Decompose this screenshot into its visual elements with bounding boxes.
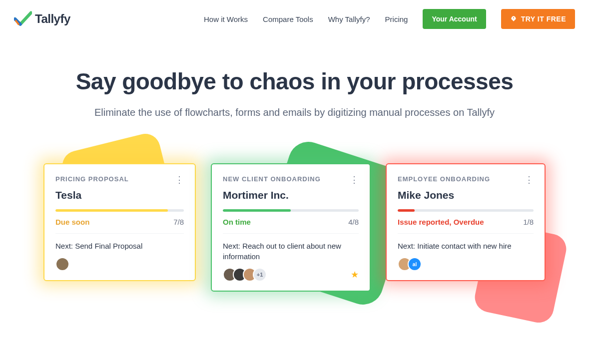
avatar-more[interactable]: +1 bbox=[253, 268, 267, 282]
kebab-menu-icon[interactable]: ⋮ bbox=[350, 175, 359, 184]
nav-how-it-works[interactable]: How it Works bbox=[204, 15, 248, 23]
card-wrap-pricing: PRICING PROPOSAL ⋮ Tesla Due soon 7/8 Ne… bbox=[43, 163, 196, 292]
avatars-row bbox=[55, 257, 184, 271]
star-icon[interactable]: ★ bbox=[351, 269, 359, 280]
next-step: Next: Send Final Proposal bbox=[55, 241, 184, 251]
card-pricing-proposal[interactable]: PRICING PROPOSAL ⋮ Tesla Due soon 7/8 Ne… bbox=[43, 163, 196, 281]
next-step: Next: Initiate contact with new hire bbox=[398, 241, 534, 251]
card-header: EMPLOYEE ONBOARDING ⋮ bbox=[398, 175, 534, 184]
kebab-menu-icon[interactable]: ⋮ bbox=[525, 175, 534, 184]
avatars bbox=[55, 257, 69, 271]
card-wrap-employee: EMPLOYEE ONBOARDING ⋮ Mike Jones Issue r… bbox=[386, 163, 546, 292]
progress-bar bbox=[398, 209, 534, 212]
rocket-icon bbox=[510, 15, 517, 22]
status-count: 1/8 bbox=[523, 218, 534, 226]
avatars: +1 bbox=[223, 268, 267, 282]
nav-pricing[interactable]: Pricing bbox=[385, 15, 408, 23]
hero-title: Say goodbye to chaos in your processes bbox=[20, 68, 569, 95]
card-employee-onboarding[interactable]: EMPLOYEE ONBOARDING ⋮ Mike Jones Issue r… bbox=[386, 163, 546, 281]
status-label: Due soon bbox=[55, 218, 89, 226]
kebab-menu-icon[interactable]: ⋮ bbox=[175, 175, 184, 184]
try-it-free-button[interactable]: TRY IT FREE bbox=[501, 9, 575, 29]
card-category: PRICING PROPOSAL bbox=[55, 175, 129, 183]
card-header: NEW CLIENT ONBOARDING ⋮ bbox=[223, 175, 359, 184]
cards-row: PRICING PROPOSAL ⋮ Tesla Due soon 7/8 Ne… bbox=[0, 138, 589, 322]
main-nav: How it Works Compare Tools Why Tallyfy? … bbox=[204, 9, 575, 29]
hero-subtitle: Eliminate the use of flowcharts, forms a… bbox=[20, 107, 569, 118]
status-label: On time bbox=[223, 218, 251, 226]
progress-fill bbox=[223, 209, 291, 212]
card-title: Mike Jones bbox=[398, 189, 534, 201]
status-label: Issue reported, Overdue bbox=[398, 218, 484, 226]
nav-compare-tools[interactable]: Compare Tools bbox=[263, 15, 313, 23]
hero-section: Say goodbye to chaos in your processes E… bbox=[0, 38, 589, 138]
progress-fill bbox=[398, 209, 415, 212]
card-header: PRICING PROPOSAL ⋮ bbox=[55, 175, 184, 184]
progress-bar bbox=[223, 209, 359, 212]
progress-bar bbox=[55, 209, 184, 212]
avatars-row: +1 ★ bbox=[223, 268, 359, 282]
avatar[interactable] bbox=[55, 257, 69, 271]
status-count: 4/8 bbox=[348, 218, 359, 226]
card-title: Mortimer Inc. bbox=[223, 189, 359, 201]
avatars: al bbox=[398, 257, 422, 271]
nav-why-tallyfy[interactable]: Why Tallyfy? bbox=[328, 15, 370, 23]
your-account-button[interactable]: Your Account bbox=[423, 9, 486, 29]
avatar-initials[interactable]: al bbox=[408, 257, 422, 271]
avatars-row: al bbox=[398, 257, 534, 271]
status-row: Issue reported, Overdue 1/8 bbox=[398, 218, 534, 234]
logo-text: Tallyfy bbox=[35, 12, 70, 26]
card-category: NEW CLIENT ONBOARDING bbox=[223, 175, 321, 183]
status-row: Due soon 7/8 bbox=[55, 218, 184, 234]
card-wrap-onboarding: NEW CLIENT ONBOARDING ⋮ Mortimer Inc. On… bbox=[211, 163, 371, 292]
card-title: Tesla bbox=[55, 189, 184, 201]
logo-icon bbox=[14, 11, 32, 27]
card-client-onboarding[interactable]: NEW CLIENT ONBOARDING ⋮ Mortimer Inc. On… bbox=[211, 163, 371, 292]
trial-button-label: TRY IT FREE bbox=[521, 15, 566, 23]
progress-fill bbox=[55, 209, 168, 212]
status-row: On time 4/8 bbox=[223, 218, 359, 234]
next-step: Next: Reach out to client about new info… bbox=[223, 241, 359, 262]
status-count: 7/8 bbox=[173, 218, 184, 226]
site-header: Tallyfy How it Works Compare Tools Why T… bbox=[0, 0, 589, 38]
card-category: EMPLOYEE ONBOARDING bbox=[398, 175, 490, 183]
logo[interactable]: Tallyfy bbox=[14, 11, 70, 27]
